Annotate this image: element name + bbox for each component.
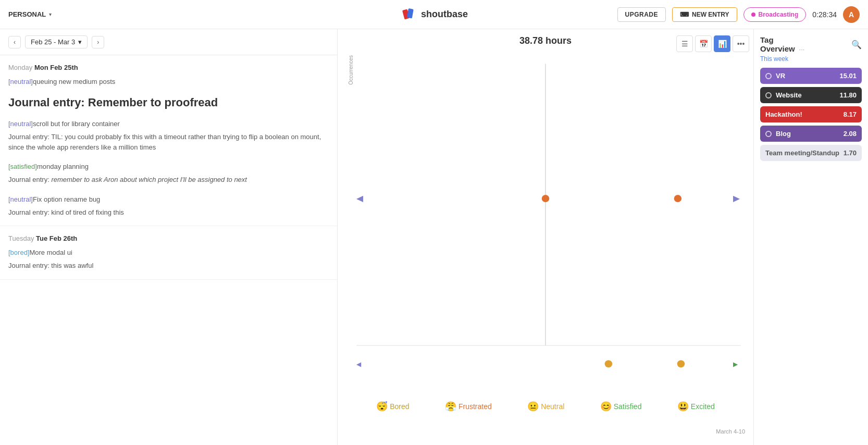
excited-label: Excited [691, 402, 715, 411]
day-header-monday: Monday Mon Feb 25th [8, 64, 329, 71]
tag-item-meeting[interactable]: Team meeting/Standup 1.70 [760, 145, 862, 161]
entry-neutral-scroll: [neutral]scroll but for library containe… [8, 120, 329, 152]
broadcast-dot-icon [751, 13, 755, 17]
broadcasting-label: Broadcasting [759, 11, 799, 18]
tag-overview-title-block: Tag Overview ··· [760, 35, 804, 53]
prev-week-button[interactable]: ‹ [8, 36, 21, 48]
chart-area: ◀ ▶ ◀ ▶ [338, 52, 753, 394]
avatar[interactable]: A [843, 6, 860, 23]
tag-item-left: Team meeting/Standup [765, 149, 839, 157]
broadcasting-button[interactable]: Broadcasting [743, 7, 807, 22]
tag-dot-icon [765, 131, 772, 137]
nav-right: UPGRADE ⌨ NEW ENTRY Broadcasting 0:28:34… [617, 6, 860, 23]
frustrated-label: Frustrated [458, 402, 492, 411]
entry-neutral-fix: [neutral]Fix option rename bug Journal e… [8, 195, 329, 218]
week-range-label: Feb 25 - Mar 3 [31, 38, 75, 46]
tag-item-vr[interactable]: VR 15.01 [760, 68, 862, 84]
entry-title-proofread: Journal entry: Remember to proofread [8, 96, 329, 109]
new-entry-button[interactable]: ⌨ NEW ENTRY [672, 7, 737, 22]
tag-name: Team meeting/Standup [765, 149, 839, 157]
brand-name: shoutbase [421, 9, 468, 20]
svg-text:◀: ◀ [356, 361, 362, 368]
mood-legend: 😴 Bored 😤 Frustrated 😐 Neutral 😊 Satisfi… [338, 397, 753, 416]
entry-text: monday planning [37, 163, 89, 170]
day-date: Mon Feb 25th [34, 64, 78, 71]
mood-neutral: 😐 Neutral [527, 401, 564, 412]
tag-search-icon[interactable]: 🔍 [851, 40, 862, 50]
week-nav: ‹ Feb 25 - Mar 3 ▾ › [0, 29, 337, 55]
tag-hours: 11.80 [839, 91, 857, 99]
tag-name: VR [776, 72, 785, 80]
svg-point-9 [677, 360, 685, 367]
entry-line: [neutral]scroll but for library containe… [8, 120, 329, 128]
entry-line: [neutral]Fix option rename bug [8, 195, 329, 203]
left-panel: ‹ Feb 25 - Mar 3 ▾ › Monday Mon Feb 25th… [0, 29, 338, 445]
top-nav: PERSONAL ▾ shoutbase UPGRADE ⌨ NEW ENTRY… [0, 0, 868, 29]
tag-item-left: VR [765, 72, 785, 80]
logo-icon [400, 6, 417, 23]
tag-item-left: Website [765, 91, 802, 99]
entry-satisfied-monday: [satisfied]monday planning Journal entry… [8, 163, 329, 185]
main-layout: ‹ Feb 25 - Mar 3 ▾ › Monday Mon Feb 25th… [0, 29, 868, 445]
tag-dot-icon [765, 73, 772, 79]
tag-neutral-link[interactable]: [neutral] [8, 78, 33, 85]
day-date: Tue Feb 26th [36, 234, 77, 242]
tag-item-left: Hackathon! [765, 110, 802, 118]
week-range-selector[interactable]: Feb 25 - Mar 3 ▾ [25, 35, 88, 48]
chart-svg: ◀ ▶ ◀ ▶ [338, 52, 753, 394]
entry-journal-text: Journal entry: kind of tired of fixing t… [8, 207, 329, 218]
day-header-tuesday: Tuesday Tue Feb 26th [8, 234, 329, 242]
svg-point-4 [542, 195, 550, 202]
upgrade-button[interactable]: UPGRADE [617, 7, 666, 22]
tag-neutral-link[interactable]: [neutral] [8, 120, 33, 128]
day-section-monday: Monday Mon Feb 25th [neutral]queuing new… [0, 55, 337, 226]
excited-emoji: 😃 [677, 401, 689, 412]
tag-subtitle: Overview [760, 44, 795, 53]
tag-hours: 15.01 [839, 72, 857, 80]
tag-item-hackathon[interactable]: Hackathon! 8.17 [760, 106, 862, 122]
tag-hours: 2.08 [844, 130, 857, 138]
tag-item-blog[interactable]: Blog 2.08 [760, 126, 862, 142]
entry-line: [bored]More modal ui [8, 249, 329, 256]
tag-overview-header: Tag Overview ··· 🔍 [760, 35, 862, 53]
satisfied-label: Satisfied [614, 402, 642, 411]
entry-journal-text: Journal entry: remember to ask Aron abou… [8, 175, 329, 185]
mood-satisfied: 😊 Satisfied [600, 401, 642, 412]
tag-name: Hackathon! [765, 110, 802, 118]
nav-left: PERSONAL ▾ [8, 10, 52, 18]
tag-satisfied-link[interactable]: [satisfied] [8, 163, 37, 170]
chart-view-button[interactable]: 📊 [714, 35, 730, 52]
neutral-label: Neutral [541, 402, 564, 411]
calendar-view-button[interactable]: 📅 [695, 35, 712, 52]
svg-text:◀: ◀ [356, 193, 364, 203]
mood-frustrated: 😤 Frustrated [445, 401, 492, 412]
nav-center: shoutbase [400, 6, 468, 23]
tag-bored-link[interactable]: [bored] [8, 249, 29, 256]
keyboard-icon: ⌨ [680, 11, 689, 18]
bored-emoji: 😴 [376, 401, 388, 412]
tag-item-website[interactable]: Website 11.80 [760, 87, 862, 103]
tag-neutral-link[interactable]: [neutral] [8, 195, 33, 203]
week-range-chevron-icon: ▾ [78, 38, 82, 46]
mood-excited: 😃 Excited [677, 401, 715, 412]
entry-neutral-queuing: [neutral]queuing new medium posts [8, 78, 329, 85]
next-week-button[interactable]: › [92, 36, 104, 48]
frustrated-emoji: 😤 [445, 401, 456, 412]
workspace-label: PERSONAL [8, 10, 46, 18]
list-view-button[interactable]: ☰ [676, 35, 693, 52]
day-name: Tuesday [8, 234, 36, 242]
entry-line: [satisfied]monday planning [8, 163, 329, 170]
tag-dot-icon [765, 92, 772, 98]
entry-line: [neutral]queuing new medium posts [8, 78, 329, 85]
tag-overview-dots[interactable]: ··· [799, 45, 805, 53]
entry-text: More modal ui [29, 249, 72, 256]
svg-point-5 [674, 195, 682, 202]
more-options-button[interactable]: ••• [733, 35, 749, 52]
neutral-emoji: 😐 [527, 401, 539, 412]
tag-name: Blog [776, 130, 791, 138]
chart-panel: 38.78 hours ☰ 📅 📊 ••• Occurrences ◀ [338, 29, 753, 445]
timer-display: 0:28:34 [812, 10, 837, 19]
svg-text:▶: ▶ [733, 361, 738, 368]
workspace-chevron-icon[interactable]: ▾ [49, 11, 52, 17]
svg-point-8 [605, 360, 613, 367]
